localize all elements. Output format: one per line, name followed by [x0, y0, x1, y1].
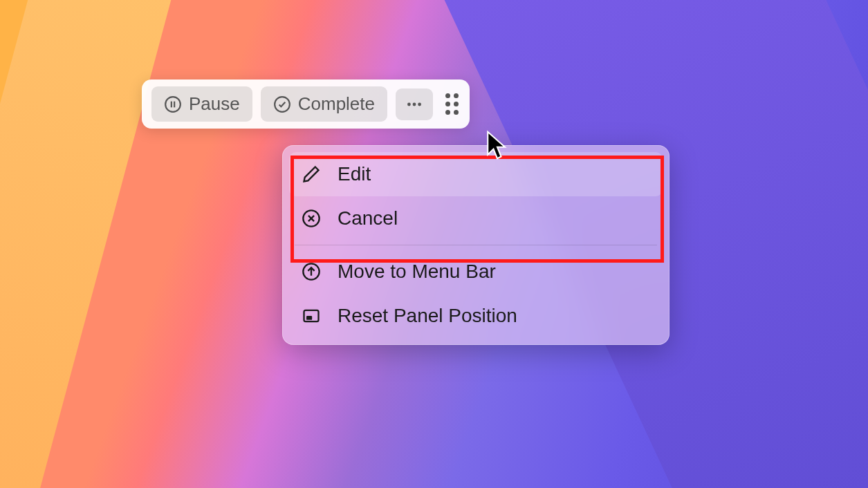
- ellipsis-icon: [405, 95, 423, 113]
- menu-item-label: Cancel: [338, 207, 398, 229]
- drag-dot: [445, 102, 450, 106]
- svg-point-6: [418, 102, 421, 106]
- pencil-icon: [302, 165, 321, 184]
- drag-handle[interactable]: [441, 91, 460, 118]
- pause-label: Pause: [189, 93, 240, 115]
- drag-dot: [445, 93, 450, 98]
- pause-icon: [164, 95, 182, 113]
- menu-item-edit[interactable]: Edit: [289, 152, 663, 196]
- drag-dot: [454, 102, 459, 106]
- svg-point-5: [413, 102, 416, 106]
- menu-item-label: Edit: [338, 163, 371, 185]
- drag-dot: [454, 93, 459, 98]
- context-menu: Edit Cancel Move to Menu Bar Reset Panel…: [282, 145, 670, 345]
- complete-button[interactable]: Complete: [261, 86, 387, 122]
- checkmark-circle-icon: [273, 95, 291, 113]
- svg-point-0: [165, 97, 181, 112]
- menu-item-label: Move to Menu Bar: [338, 261, 496, 283]
- menu-item-move-to-menu-bar[interactable]: Move to Menu Bar: [289, 250, 663, 294]
- close-circle-icon: [302, 209, 321, 228]
- menu-item-reset-panel-position[interactable]: Reset Panel Position: [289, 294, 663, 338]
- pause-button[interactable]: Pause: [151, 86, 252, 122]
- floating-toolbar: Pause Complete: [142, 79, 470, 129]
- drag-dot: [445, 110, 450, 115]
- drag-dot: [454, 110, 459, 115]
- svg-rect-12: [306, 316, 312, 320]
- menu-item-cancel[interactable]: Cancel: [289, 196, 663, 241]
- complete-label: Complete: [298, 93, 375, 115]
- menu-separator: [295, 245, 657, 245]
- svg-point-4: [407, 102, 411, 106]
- arrow-up-circle-icon: [302, 262, 321, 281]
- panel-icon: [302, 306, 321, 326]
- more-options-button[interactable]: [396, 88, 433, 120]
- background-decoration: [0, 0, 182, 488]
- menu-item-label: Reset Panel Position: [338, 305, 517, 327]
